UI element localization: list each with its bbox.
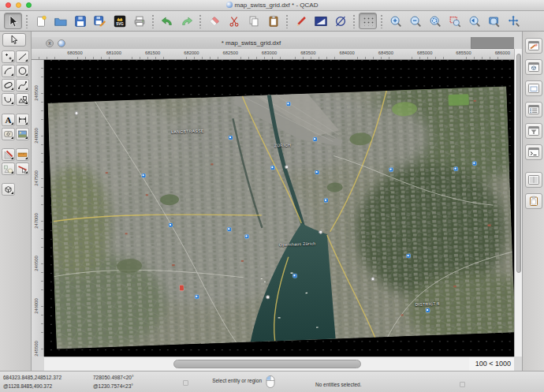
block-tools-button[interactable] [2,183,15,196]
paste-button[interactable] [264,13,282,29]
layer-list-panel-button[interactable] [525,102,542,118]
window-title-wrap: map_swiss_grid.dxf * - QCAD [0,2,544,9]
hruler-label: 683000 [262,50,277,55]
info-tools-button[interactable] [2,162,15,175]
zoom-out-icon [408,14,423,28]
new-file-icon [34,14,48,28]
view-list-panel-button[interactable] [525,80,542,96]
zoom-out-button[interactable] [406,13,424,29]
hatch-tool-icon [3,129,13,139]
modify-tools-button[interactable] [2,148,15,161]
vertical-scrollbar-thumb[interactable] [516,54,521,273]
pan-button[interactable] [505,13,523,29]
mouse-hint-icon [265,375,276,389]
grid-toggle-button[interactable] [359,13,377,29]
command-line-icon [527,147,540,158]
copy-icon [247,14,261,28]
selection-filter-panel-button[interactable] [525,123,542,139]
spline-tools-button[interactable] [16,79,29,91]
cut-button[interactable] [225,13,243,29]
redo-button[interactable] [177,13,196,29]
window-title: map_swiss_grid.dxf * - QCAD [235,2,319,9]
clipboard-panel-button[interactable] [525,193,542,209]
shape-tools-button[interactable] [16,93,29,106]
paste-clipboard-icon [266,14,281,28]
map-marker-white [371,277,374,281]
tab-map-swiss-grid[interactable]: x * map_swiss_grid.dxf [32,37,471,49]
cad-tool-palette: A [0,32,32,371]
map-marker-blue [286,102,290,106]
open-file-button[interactable] [51,13,69,29]
grid-zoom-indicator: 100 < 1000 [469,357,514,371]
horizontal-ruler: 6805006810006815006820006825006830006835… [32,49,514,60]
command-line-panel-button[interactable] [525,144,542,160]
absolute-coordinate-display: 684323.8485,248512.372 [3,375,61,380]
selection-pointer-button[interactable] [4,13,22,29]
svg-export-icon: SVG [113,14,127,28]
measure-tools-button[interactable] [16,148,29,161]
toolbar-separator [380,14,383,28]
auto-zoom-button[interactable] [426,13,444,29]
previous-view-icon [468,14,482,28]
undo-button[interactable] [158,13,176,29]
toolbar-separator [25,14,28,28]
measure-tools-icon [17,150,28,159]
layer-list-icon [527,104,540,115]
dimension-tools-button[interactable] [16,114,29,126]
svg-export-button[interactable]: SVG [110,13,129,29]
snap-tools-button[interactable] [16,162,29,175]
image-tool-button[interactable] [16,128,29,140]
line-tools-button[interactable] [16,50,29,63]
action-hint-text: Select entity or region [183,378,262,383]
zoom-window-button[interactable] [485,13,503,29]
scissors-icon [227,14,241,28]
horizontal-scrollbar-thumb[interactable] [173,360,361,368]
text-tool-button[interactable]: A [2,114,15,126]
erase-button[interactable] [205,13,223,29]
drawing-canvas[interactable]: LANGSTRASSEZÜRICHOpernhaus ZürichDISTRIC… [44,60,514,357]
lineweight-button[interactable] [311,13,330,29]
zoom-in-icon [389,14,403,28]
new-file-button[interactable] [32,13,50,29]
property-editor-panel-button[interactable] [525,38,542,54]
map-marker-blue [142,174,146,177]
open-folder-icon [54,14,68,28]
ellipse-tools-button[interactable] [2,79,15,91]
save-button[interactable] [71,13,89,29]
library-browser-panel-button[interactable] [525,172,542,188]
polyline-tools-button[interactable] [2,93,15,106]
arc-tools-button[interactable] [2,65,15,77]
status-bar: 684323.8485,248512.372 @1128.8485,490.37… [0,371,544,392]
map-marker-blue [389,168,393,172]
svg-text:SVG: SVG [116,21,124,25]
horizontal-scrollbar[interactable] [44,357,469,371]
relative-coordinate-display: @1128.8485,490.372 [3,383,52,389]
vruler-label: 246000 [34,298,39,313]
palette-pointer-button[interactable] [2,33,26,47]
zoom-in-button[interactable] [386,13,404,29]
vruler-label: 245500 [34,341,39,356]
ellipse-tools-icon [3,80,13,90]
point-tools-button[interactable] [2,50,15,63]
hatch-tool-button[interactable] [2,128,15,140]
circle-slash-button[interactable] [331,13,349,29]
previous-view-button[interactable] [465,13,483,29]
draw-pencil-button[interactable] [292,13,310,29]
dock-panel-toolbar [522,32,544,371]
selection-info-text: No entities selected. [315,382,362,387]
circle-slash-icon [333,14,348,28]
copy-button[interactable] [244,13,263,29]
block-list-panel-button[interactable] [525,59,542,75]
save-as-button[interactable] [91,13,109,29]
main-toolbar: SVG [0,11,544,32]
print-button[interactable] [130,13,148,29]
modify-tools-icon [3,150,13,159]
view-list-icon [527,83,540,94]
vertical-scrollbar[interactable] [514,49,522,357]
vruler-label: 248500 [34,85,39,100]
zoom-selection-button[interactable] [445,13,464,29]
dimension-tools-icon [17,115,28,125]
arc-tools-icon [3,66,13,76]
block-list-icon [527,62,540,73]
circle-tools-button[interactable] [16,65,29,77]
